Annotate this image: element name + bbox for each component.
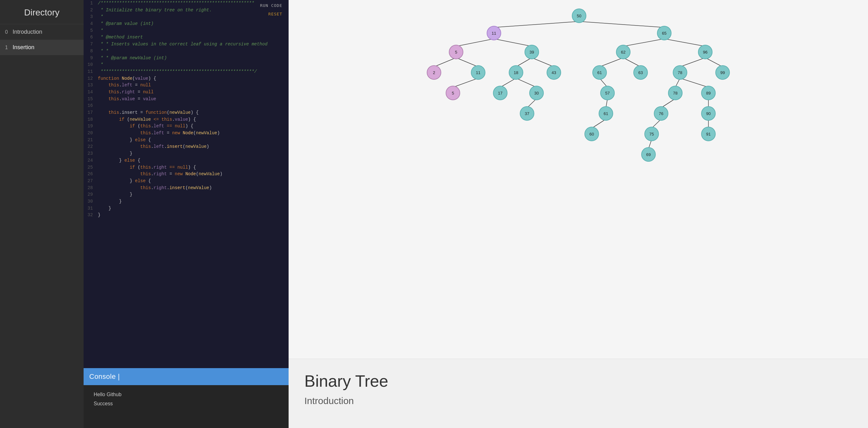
line-number: 31 — [84, 205, 96, 212]
tree-edge — [680, 58, 705, 67]
tree-edge — [579, 22, 664, 27]
tree-node-76[interactable]: 76 — [654, 106, 668, 121]
tree-node-2[interactable]: 2 — [427, 66, 441, 79]
tree-node-99[interactable]: 99 — [716, 66, 730, 79]
line-content: } else { — [96, 157, 288, 164]
line-content: * * Inserts values in the correct leaf u… — [96, 41, 288, 48]
tree-node-78b[interactable]: 78 — [668, 86, 682, 100]
code-line: 4 * @param value (int) — [84, 21, 288, 27]
code-line: 22 this.left.insert(newValue) — [84, 143, 288, 150]
line-number: 10 — [84, 62, 96, 68]
tree-node-label-2: 2 — [433, 70, 435, 75]
code-line: 30 } — [84, 198, 288, 205]
description-subtitle: Introduction — [304, 396, 852, 406]
tree-node-37[interactable]: 37 — [520, 106, 534, 121]
tree-node-label-76: 76 — [659, 111, 663, 116]
tree-node-96[interactable]: 96 — [698, 45, 712, 59]
code-table: 1/**************************************… — [84, 0, 288, 219]
tree-node-62[interactable]: 62 — [616, 45, 630, 59]
tree-node-50[interactable]: 50 — [572, 9, 586, 23]
tree-node-60[interactable]: 60 — [585, 127, 599, 141]
tree-node-17[interactable]: 17 — [493, 86, 507, 100]
tree-edge — [516, 78, 536, 87]
line-number: 6 — [84, 34, 96, 41]
line-content: this.left = null — [96, 82, 288, 89]
tree-node-39[interactable]: 39 — [525, 45, 539, 59]
console-output: Hello GithubSuccess — [84, 385, 288, 414]
line-content: ****************************************… — [96, 68, 288, 75]
line-content: this.left = new Node(newValue) — [96, 130, 288, 137]
tree-node-63[interactable]: 63 — [634, 66, 648, 79]
tree-node-label-89: 89 — [706, 91, 711, 96]
tree-node-61[interactable]: 61 — [593, 66, 607, 79]
tree-node-label-75: 75 — [649, 132, 654, 136]
code-line: 14 this.right = null — [84, 89, 288, 96]
code-line: 16 — [84, 102, 288, 109]
line-number: 2 — [84, 7, 96, 14]
line-number: 18 — [84, 116, 96, 123]
code-line: 21 } else { — [84, 137, 288, 144]
line-content: * — [96, 27, 288, 34]
console-line: Success — [94, 399, 279, 408]
tree-edge — [456, 39, 494, 46]
line-number: 7 — [84, 41, 96, 48]
tree-node-57[interactable]: 57 — [600, 86, 614, 100]
tree-node-89[interactable]: 89 — [702, 86, 715, 100]
line-content: this.right.insert(newValue) — [96, 185, 288, 192]
tree-edge — [532, 58, 554, 67]
reset-button[interactable]: RESET — [266, 10, 285, 18]
tree-visualization: 5011655396296211184361637899517305778893… — [288, 0, 868, 359]
code-line: 19 if (this.left == null) { — [84, 123, 288, 130]
tree-node-5b[interactable]: 5 — [446, 86, 460, 100]
tree-node-label-37: 37 — [525, 111, 529, 116]
tree-edge — [494, 39, 532, 46]
tree-edge — [705, 58, 722, 67]
code-line: 17 this.insert = function(newValue) { — [84, 109, 288, 116]
line-number: 21 — [84, 137, 96, 144]
main: RUN CODE RESET 1/***********************… — [84, 0, 868, 428]
tree-edge — [623, 58, 641, 67]
line-content — [96, 102, 288, 109]
code-toolbar: RUN CODE RESET — [257, 2, 285, 18]
tree-node-label-61b: 61 — [604, 111, 608, 116]
tree-node-78[interactable]: 78 — [673, 66, 687, 79]
line-content: function Node(value) { — [96, 75, 288, 82]
tree-node-91[interactable]: 91 — [702, 127, 715, 141]
code-area[interactable]: RUN CODE RESET 1/***********************… — [84, 0, 288, 368]
tree-edge — [494, 22, 579, 27]
tree-node-61b[interactable]: 61 — [599, 106, 613, 121]
line-number: 25 — [84, 164, 96, 171]
line-content: this.left.insert(newValue) — [96, 143, 288, 150]
sidebar-item-introduction[interactable]: 0 Introduction — [0, 24, 84, 40]
code-panel: RUN CODE RESET 1/***********************… — [84, 0, 288, 368]
tree-edge — [661, 99, 675, 108]
tree-node-label-43: 43 — [552, 70, 556, 75]
tree-node-30[interactable]: 30 — [530, 86, 544, 100]
tree-node-69[interactable]: 69 — [642, 147, 655, 161]
tree-node-11[interactable]: 11 — [487, 26, 501, 40]
tree-node-label-96: 96 — [703, 50, 708, 55]
code-line: 31 } — [84, 205, 288, 212]
nav-index-0: 0 — [5, 29, 12, 35]
tree-node-18[interactable]: 18 — [509, 66, 523, 79]
tree-node-label-11b: 11 — [476, 70, 480, 75]
sidebar-item-insertion[interactable]: 1 Insertion — [0, 40, 84, 55]
line-number: 17 — [84, 109, 96, 116]
code-line: 9 * * @param newValue (int) — [84, 55, 288, 62]
line-number: 23 — [84, 150, 96, 157]
line-number: 16 — [84, 102, 96, 109]
tree-node-65[interactable]: 65 — [657, 26, 671, 40]
code-line: 10 * — [84, 62, 288, 68]
left-column: RUN CODE RESET 1/***********************… — [84, 0, 288, 428]
code-line: 18 if (newValue <= this.value) { — [84, 116, 288, 123]
tree-node-label-62: 62 — [621, 50, 625, 55]
tree-node-11b[interactable]: 11 — [471, 66, 485, 79]
run-code-button[interactable]: RUN CODE — [257, 2, 285, 9]
console-line: Hello Github — [94, 390, 279, 399]
line-number: 14 — [84, 89, 96, 96]
tree-node-43[interactable]: 43 — [547, 66, 561, 79]
tree-node-5[interactable]: 5 — [449, 45, 463, 59]
tree-node-90[interactable]: 90 — [702, 106, 715, 121]
tree-node-75[interactable]: 75 — [645, 127, 658, 141]
code-line: 25 if (this.right == null) { — [84, 164, 288, 171]
